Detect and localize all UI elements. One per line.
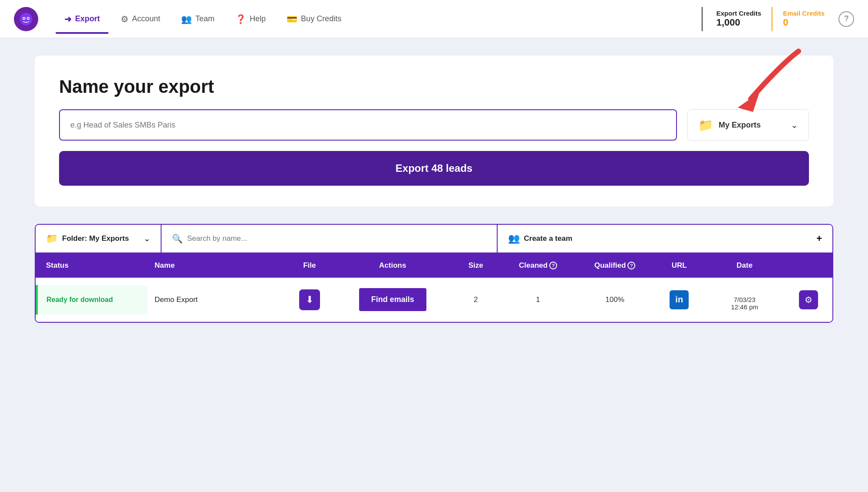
status-badge: Ready for download [46,296,113,303]
td-url[interactable]: in [654,278,704,322]
td-settings[interactable]: ⚙ [785,278,832,322]
nav-item-export-label: Export [75,14,100,23]
search-input[interactable] [187,234,486,243]
th-settings [785,253,832,278]
email-credits-value: 0 [783,17,825,28]
th-status: Status [36,253,148,278]
td-size: 2 [451,278,501,322]
export-card: Name your export 📁 My Exports ⌄ Export 4… [35,56,833,207]
table-section: 📁 Folder: My Exports ⌄ 🔍 👥 Create a team… [35,224,833,323]
team-icon: 👥 [508,233,520,244]
td-date: 7/03/23 12:46 pm [704,278,785,322]
chevron-down-icon: ⌄ [791,120,798,130]
folder-filter-chevron: ⌄ [144,234,150,243]
table-controls: 📁 Folder: My Exports ⌄ 🔍 👥 Create a team… [36,225,832,253]
navbar: ➜ Export ⚙ Account 👥 Team ❓ Help 💳 Buy C… [0,0,868,38]
nav-item-buy-credits[interactable]: 💳 Buy Credits [278,10,350,28]
folder-filter[interactable]: 📁 Folder: My Exports ⌄ [36,225,162,253]
nav-item-export[interactable]: ➜ Export [56,10,109,28]
folder-selector-label: My Exports [719,121,785,130]
svg-point-0 [20,13,33,25]
linkedin-button[interactable]: in [670,290,689,309]
gear-icon: ⚙ [121,14,129,24]
td-file[interactable]: ⬇ [284,278,334,322]
export-icon: ➜ [64,14,72,24]
qualified-info-icon: ? [627,262,635,269]
export-name-input[interactable] [59,109,677,141]
folder-selector[interactable]: 📁 My Exports ⌄ [687,109,809,141]
th-actions: Actions [334,253,451,278]
export-credits-label: Export Credits [716,10,761,17]
folder-filter-label: Folder: My Exports [62,234,129,243]
email-credits-label: Email Credits [783,10,825,17]
nav-item-account[interactable]: ⚙ Account [112,10,169,28]
td-qualified: 100% [575,278,654,322]
question-icon[interactable]: ? [838,11,854,27]
exports-table: Status Name File Actions Size [36,253,832,322]
nav-item-team[interactable]: 👥 Team [172,10,223,28]
help-icon: ❓ [235,14,246,24]
svg-point-4 [27,17,29,19]
th-size: Size [451,253,501,278]
search-icon: 🔍 [172,233,183,244]
th-name: Name [148,253,284,278]
td-cleaned: 1 [501,278,575,322]
create-team-button[interactable]: 👥 Create a team + [498,225,833,253]
th-cleaned: Cleaned ? [501,253,575,278]
email-credits-divider [772,7,772,31]
td-actions[interactable]: Find emails [334,278,451,322]
email-credits-block: Email Credits 0 [776,10,832,28]
app-logo[interactable] [14,7,38,31]
card-icon: 💳 [287,14,297,24]
nav-right: Export Credits 1,000 Email Credits 0 ? [695,7,854,31]
export-credits-block: Export Credits 1,000 [710,10,768,28]
th-date: Date [704,253,785,278]
find-emails-button[interactable]: Find emails [359,288,426,311]
folder-icon: 📁 [698,118,713,132]
td-status: Ready for download [36,278,148,322]
td-name: Demo Export [148,278,284,322]
export-button[interactable]: Export 48 leads [59,151,809,186]
create-team-label: Create a team [524,234,573,243]
cleaned-info-icon: ? [549,262,557,269]
table-header-row: Status Name File Actions Size [36,253,832,278]
nav-item-buy-credits-label: Buy Credits [301,14,341,23]
row-settings-button[interactable]: ⚙ [799,290,818,309]
nav-item-account-label: Account [132,14,160,23]
plus-icon: + [816,233,822,244]
export-card-row: 📁 My Exports ⌄ [59,109,809,141]
svg-point-3 [23,17,25,19]
team-icon: 👥 [181,14,192,24]
folder-filter-icon: 📁 [46,233,58,244]
th-qualified: Qualified ? [575,253,654,278]
search-filter[interactable]: 🔍 [162,225,498,253]
th-url: URL [654,253,704,278]
nav-item-help[interactable]: ❓ Help [227,10,274,28]
download-button[interactable]: ⬇ [299,289,320,310]
table-row: Ready for download Demo Export ⬇ Find em… [36,278,832,322]
nav-links: ➜ Export ⚙ Account 👥 Team ❓ Help 💳 Buy C… [56,10,695,28]
th-file: File [284,253,334,278]
nav-item-team-label: Team [195,14,215,23]
export-credits-value: 1,000 [716,17,761,28]
export-card-title: Name your export [59,76,809,97]
credits-divider [702,7,703,31]
nav-item-help-label: Help [250,14,266,23]
main-content: Name your export 📁 My Exports ⌄ Export 4… [0,38,868,340]
